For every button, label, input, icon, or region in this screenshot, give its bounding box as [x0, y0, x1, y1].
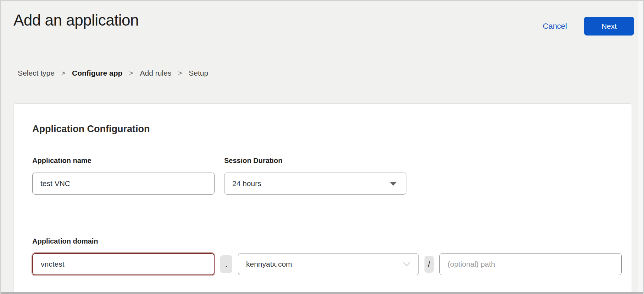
dot-separator: . [220, 255, 232, 273]
section-title: Application Configuration [32, 124, 623, 135]
session-duration-field: Session Duration 24 hours [224, 157, 406, 195]
application-name-label: Application name [32, 157, 215, 165]
next-button[interactable]: Next [584, 17, 634, 36]
application-domain-row: . kennyatx.com / [32, 253, 623, 275]
application-domain-label: Application domain [32, 237, 623, 245]
session-duration-label: Session Duration [224, 157, 406, 165]
domain-value: kennyatx.com [246, 260, 292, 268]
slash-separator: / [424, 256, 434, 273]
name-and-duration-row: Application name Session Duration 24 hou… [32, 157, 623, 195]
cancel-button[interactable]: Cancel [543, 22, 567, 31]
session-duration-value: 24 hours [232, 179, 261, 188]
application-configuration-card: Application Configuration Application na… [13, 103, 632, 294]
breadcrumb-step-configure-app[interactable]: Configure app [72, 69, 122, 77]
subdomain-input[interactable] [32, 253, 215, 275]
domain-select[interactable]: kennyatx.com [238, 253, 419, 275]
breadcrumb-step-add-rules[interactable]: Add rules [140, 69, 171, 77]
page-title: Add an application [13, 11, 139, 29]
header-actions: Cancel Next [543, 17, 634, 36]
breadcrumb-separator: > [178, 69, 182, 77]
session-duration-select[interactable]: 24 hours [224, 173, 406, 195]
scrollbar[interactable] [638, 1, 643, 292]
breadcrumb-step-setup[interactable]: Setup [189, 69, 208, 77]
breadcrumb-step-select-type[interactable]: Select type [18, 69, 55, 77]
path-input[interactable] [439, 253, 622, 275]
triangle-down-icon [390, 182, 397, 186]
application-name-field: Application name [32, 157, 215, 195]
breadcrumb: Select type > Configure app > Add rules … [18, 69, 208, 77]
window-bottom-border [1, 292, 643, 294]
breadcrumb-separator: > [129, 69, 133, 77]
application-name-input[interactable] [32, 173, 215, 195]
chevron-down-icon [403, 259, 410, 266]
add-application-page: Add an application Cancel Next Select ty… [0, 0, 644, 294]
breadcrumb-separator: > [61, 69, 65, 77]
application-domain-field: Application domain . kennyatx.com / [32, 237, 623, 275]
